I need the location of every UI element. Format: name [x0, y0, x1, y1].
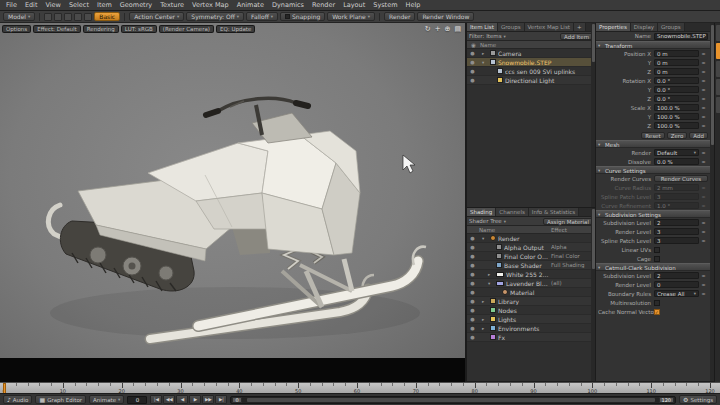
visibility-toggle-icon[interactable]: ● [468, 334, 477, 340]
layout-tab-icon[interactable] [44, 13, 52, 21]
item-row-snowmobile-step[interactable]: ●▾Snowmobile.STEP [467, 58, 595, 67]
goto-start-button[interactable]: |◀ [150, 395, 162, 404]
add-tab-button[interactable]: + [574, 23, 586, 31]
value-spinner[interactable]: ◂▸ [699, 159, 708, 164]
item-row-camera[interactable]: ●▸Camera [467, 49, 595, 58]
options-button[interactable]: Options [2, 25, 31, 33]
goto-end-button[interactable]: ▶| [215, 395, 227, 404]
value-spinner[interactable]: ◂▸ [699, 273, 708, 278]
render-level-field[interactable]: 3 [654, 228, 699, 235]
audio-button[interactable]: ♪ Audio [3, 395, 32, 404]
layout-tab-icon[interactable] [74, 13, 82, 21]
shader-row-lights[interactable]: ●▸Lights [467, 315, 595, 324]
expand-arrow-icon[interactable]: ▸ [482, 51, 488, 56]
falloff-dropdown[interactable]: Falloff▾ [246, 12, 278, 21]
value-spinner[interactable]: ◂▸ [699, 229, 708, 234]
shader-row-white-255-255-255[interactable]: ●▸White 255 255 255 [467, 270, 595, 279]
shader-row-alpha-output[interactable]: ●Alpha OutputAlpha [467, 243, 595, 252]
section-curve-settings[interactable]: Curve Settings [596, 166, 710, 174]
value-spinner[interactable]: ◂▸ [699, 150, 708, 155]
menu-edit[interactable]: Edit [21, 0, 42, 11]
value-spinner[interactable]: ◂▸ [699, 238, 708, 243]
shader-row-nodes[interactable]: ●Nodes [467, 306, 595, 315]
symmetry-dropdown[interactable]: Symmetry: Off▾ [186, 12, 244, 21]
visibility-toggle-icon[interactable]: ● [468, 307, 477, 313]
value-spinner[interactable]: ◂▸ [699, 69, 708, 74]
visibility-toggle-icon[interactable]: ● [468, 280, 477, 286]
side-tab[interactable] [716, 79, 720, 95]
section-transform[interactable]: Transform [596, 41, 710, 49]
visibility-toggle-icon[interactable]: ● [468, 262, 477, 268]
menu-select[interactable]: Select [65, 0, 93, 11]
side-tab-active[interactable] [716, 43, 720, 59]
y-field[interactable]: 0 m [654, 59, 699, 66]
subdivision-level-field[interactable]: 2 [654, 272, 699, 279]
section-catmull-clark-subdivision[interactable]: Catmull-Clark Subdivision [596, 263, 710, 271]
layout-tab-icon[interactable] [64, 13, 72, 21]
boundary-rules-field[interactable]: Crease All▾ [654, 290, 699, 297]
range-end-handle[interactable]: 120 [659, 397, 675, 403]
item-row-directional-light[interactable]: ●Directional Light [467, 76, 595, 85]
cage-checkbox[interactable] [654, 256, 660, 262]
menu-render[interactable]: Render [308, 0, 339, 11]
render-window-button[interactable]: Render Window [417, 12, 474, 21]
tab-info-statistics[interactable]: Info & Statistics [529, 208, 579, 216]
value-spinner[interactable]: ◂▸ [699, 60, 708, 65]
side-tab[interactable] [716, 97, 720, 113]
value-spinner[interactable]: ◂▸ [699, 282, 708, 287]
render-field[interactable]: Default▾ [654, 149, 699, 156]
value-spinner[interactable]: ◂▸ [699, 51, 708, 56]
section-mesh[interactable]: Mesh [596, 140, 710, 148]
value-spinner[interactable]: ◂▸ [699, 185, 708, 190]
value-spinner[interactable]: ◂▸ [699, 105, 708, 110]
value-spinner[interactable]: ◂▸ [699, 114, 708, 119]
visibility-toggle-icon[interactable]: ● [468, 298, 477, 304]
menu-system[interactable]: System [369, 0, 401, 11]
expand-arrow-icon[interactable]: ▸ [482, 299, 488, 304]
dissolve-field[interactable]: 0.0 % [654, 158, 699, 165]
tab-groups[interactable]: Groups [498, 23, 525, 31]
prev-key-button[interactable]: ◀◀ [163, 395, 175, 404]
position-x-field[interactable]: 0 m [654, 50, 699, 57]
lut-srgb-button[interactable]: LUT: sRGB [121, 25, 157, 33]
tab-channels[interactable]: Channels [496, 208, 528, 216]
menu-vertex-map[interactable]: Vertex Map [188, 0, 233, 11]
visibility-toggle-icon[interactable]: ● [468, 253, 477, 259]
add-button[interactable]: Add [689, 132, 708, 139]
next-key-button[interactable]: ▶▶ [202, 395, 214, 404]
mode-dropdown[interactable]: Model▾ [3, 12, 35, 21]
timeline-ruler[interactable]: 0102030405060708090100110120 [0, 382, 720, 393]
tab-vertex-map-list[interactable]: Vertex Map List [525, 23, 574, 31]
curve-refinement-field[interactable]: 1.0 ° [654, 202, 699, 209]
side-tab[interactable] [716, 61, 720, 77]
orbit-icon[interactable]: ↻ [425, 25, 431, 33]
value-spinner[interactable]: ◂▸ [699, 96, 708, 101]
value-spinner[interactable]: ◂▸ [699, 87, 708, 92]
expand-arrow-icon[interactable]: ▾ [482, 60, 488, 65]
y-field[interactable]: 0.0 ° [654, 86, 699, 93]
view-options-icon[interactable]: ▤ [454, 25, 461, 33]
layout-tab-icon[interactable] [84, 13, 92, 21]
spline-patch-level-field[interactable]: 3 [654, 193, 699, 200]
settings-button[interactable]: ⚙ Settings [679, 395, 717, 404]
zoom-icon[interactable]: ⊕ [445, 25, 451, 33]
shader-tree-dropdown[interactable]: Shader Tree [469, 218, 502, 224]
filter-dropdown[interactable]: Filter: Items [469, 33, 502, 39]
render-button[interactable]: Render [384, 12, 415, 21]
value-spinner[interactable]: ◂▸ [699, 220, 708, 225]
item-row-ccs-sen-009-svi-uplinks[interactable]: ●ccs sen 009 SVi uplinks [467, 67, 595, 76]
shader-row-base-shader[interactable]: ●Base ShaderFull Shading [467, 261, 595, 270]
section-subdivision-settings[interactable]: Subdivision Settings [596, 210, 710, 218]
menu-view[interactable]: View [41, 0, 64, 11]
side-tab[interactable] [716, 25, 720, 41]
visibility-toggle-icon[interactable]: ● [468, 289, 477, 295]
visibility-toggle-icon[interactable]: ● [468, 271, 477, 277]
visibility-toggle-icon[interactable]: ● [468, 235, 477, 241]
value-spinner[interactable]: ◂▸ [699, 78, 708, 83]
basic-tool-tab[interactable]: Basic [94, 12, 120, 21]
menu-file[interactable]: File [2, 0, 21, 11]
expand-arrow-icon[interactable]: ▸ [488, 272, 494, 277]
shader-row-fx[interactable]: ●Fx [467, 333, 595, 342]
expand-arrow-icon[interactable]: ▾ [488, 281, 494, 286]
visibility-toggle-icon[interactable]: ● [468, 77, 477, 83]
